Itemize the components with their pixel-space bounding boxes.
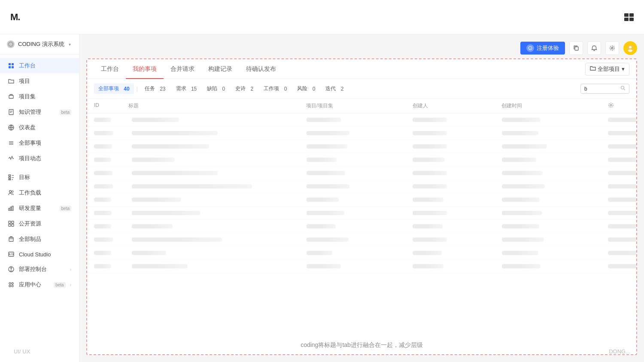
- svg-rect-6: [12, 63, 14, 65]
- sidebar-item-dynamics[interactable]: 项目动态: [0, 151, 79, 166]
- header-icons: ♪ 注册体验: [520, 41, 637, 55]
- tab-pending-publish[interactable]: 待确认发布: [239, 59, 283, 79]
- svg-rect-1: [629, 13, 634, 17]
- tab-build-log[interactable]: 构建记录: [201, 59, 239, 79]
- all-projects-button[interactable]: 全部项目 ▾: [585, 63, 629, 76]
- filter-tasks[interactable]: 任务 23: [140, 83, 170, 94]
- sidebar-item-research-label: 研发度量: [19, 204, 55, 212]
- folder-icon: [8, 78, 15, 85]
- sidebar-item-research[interactable]: 研发度量 beta: [0, 201, 79, 216]
- avatar[interactable]: [623, 41, 637, 55]
- table-row: [87, 193, 636, 207]
- sidebar-item-workbench[interactable]: 工作台: [0, 58, 79, 73]
- settings-button[interactable]: [605, 41, 619, 55]
- filter-bugs[interactable]: 缺陷 0: [203, 83, 229, 94]
- svg-rect-28: [9, 221, 11, 223]
- sidebar-item-allproducts-label: 全部制品: [19, 235, 71, 243]
- col-created-at: 创建时间: [501, 102, 608, 110]
- sidebar-item-workload[interactable]: 工作负载: [0, 185, 79, 201]
- sidebar-item-dynamics-label: 项目动态: [19, 155, 71, 162]
- tabs-row: 工作台 我的事项 合并请求 构建记录 待确认发布: [87, 59, 636, 79]
- filter-requirements[interactable]: 需求 15: [172, 83, 201, 94]
- col-settings[interactable]: [608, 102, 629, 110]
- svg-point-38: [9, 283, 11, 284]
- filter-stories[interactable]: 史诗 2: [231, 83, 258, 94]
- bell-button[interactable]: [587, 41, 601, 55]
- sidebar-item-goals-label: 目标: [19, 173, 71, 181]
- sidebar: CODING 演示系统 ▾ 工作台 项目: [0, 34, 79, 362]
- svg-point-4: [9, 42, 13, 46]
- svg-point-23: [9, 191, 12, 193]
- tab-my-items[interactable]: 我的事项: [126, 59, 164, 79]
- deploy-console-arrow: ›: [70, 267, 71, 272]
- all-projects-folder-icon: [590, 65, 596, 73]
- sidebar-item-projects-label: 项目: [19, 77, 71, 85]
- table-row: [87, 113, 636, 127]
- bottom-right-label: DONG...: [609, 348, 630, 355]
- knowledge-badge: beta: [60, 110, 71, 115]
- tab-workbench[interactable]: 工作台: [94, 59, 126, 79]
- table-row: [87, 140, 636, 153]
- sidebar-item-deploy-console[interactable]: 部署控制台 ›: [0, 262, 79, 277]
- bar-chart-icon: [8, 205, 15, 212]
- filter-iterations[interactable]: 迭代 2: [321, 83, 348, 94]
- sidebar-item-cloud-studio[interactable]: Cloud Studio: [0, 247, 79, 262]
- list-icon: [8, 140, 15, 146]
- sidebar-header[interactable]: CODING 演示系统 ▾: [0, 34, 79, 55]
- svg-point-45: [611, 47, 613, 49]
- sidebar-item-projectset-label: 项目集: [19, 93, 71, 100]
- svg-rect-10: [9, 110, 13, 115]
- logo: M.: [10, 12, 20, 23]
- sidebar-item-all-items[interactable]: 全部事项: [0, 135, 79, 151]
- svg-rect-18: [9, 177, 11, 178]
- filter-all[interactable]: 全部事项 40: [94, 83, 134, 94]
- sidebar-item-public-res[interactable]: 公开资源: [0, 216, 79, 231]
- sidebar-item-project-set[interactable]: 项目集: [0, 89, 79, 104]
- research-badge: beta: [60, 206, 71, 211]
- filter-work-items[interactable]: 工作项 0: [259, 83, 291, 94]
- sidebar-item-knowledge[interactable]: 知识管理 beta: [0, 104, 79, 120]
- layout-toggle-icon[interactable]: [624, 13, 634, 21]
- col-creator: 创建人: [413, 102, 501, 110]
- table-row: [87, 260, 636, 273]
- svg-rect-9: [9, 95, 13, 98]
- svg-point-49: [621, 86, 624, 89]
- content-area: ♪ 注册体验: [79, 34, 644, 362]
- code-icon: [8, 251, 15, 258]
- tab-merge-request[interactable]: 合并请求: [164, 59, 201, 79]
- layers-icon: [8, 93, 15, 100]
- all-projects-arrow: ▾: [622, 66, 625, 72]
- grid2-icon: [8, 220, 15, 227]
- content-header: ♪ 注册体验: [86, 41, 637, 55]
- svg-text:♪: ♪: [529, 46, 531, 50]
- okr-icon: [8, 174, 15, 181]
- svg-rect-8: [12, 66, 14, 68]
- search-icon: [620, 85, 626, 92]
- filter-risks[interactable]: 风险 0: [293, 83, 319, 94]
- sidebar-item-dashboard[interactable]: 仪表盘: [0, 120, 79, 135]
- sidebar-item-all-products[interactable]: 全部制品: [0, 231, 79, 247]
- table-row: [87, 246, 636, 260]
- table-row: [87, 153, 636, 167]
- sidebar-item-deployconsole-label: 部署控制台: [19, 265, 66, 273]
- sidebar-item-goals[interactable]: 目标: [0, 170, 79, 185]
- sidebar-item-workbench-label: 工作台: [19, 62, 71, 70]
- search-input[interactable]: [584, 86, 619, 92]
- grid-icon: [8, 62, 15, 69]
- sidebar-item-app-center[interactable]: 应用中心 beta ›: [0, 277, 79, 292]
- table-row: [87, 127, 636, 140]
- main-panel: 工作台 我的事项 合并请求 构建记录 待确认发布: [86, 58, 637, 355]
- register-button[interactable]: ♪ 注册体验: [520, 42, 565, 55]
- col-id: ID: [94, 102, 128, 110]
- sidebar-item-publicres-label: 公开资源: [19, 220, 71, 228]
- table-row: [87, 167, 636, 180]
- svg-point-40: [9, 285, 11, 287]
- sidebar-item-projects[interactable]: 项目: [0, 73, 79, 89]
- app-center-arrow: ›: [70, 283, 71, 287]
- bottom-bar: UI/ UX DONG...: [0, 341, 644, 362]
- table-header: ID 标题 项目/项目集 创建人 创建时间: [87, 99, 636, 113]
- sidebar-item-appcenter-label: 应用中心: [19, 281, 49, 289]
- copy-button[interactable]: [569, 41, 583, 55]
- knowledge-icon: [8, 109, 15, 116]
- svg-rect-19: [9, 179, 11, 180]
